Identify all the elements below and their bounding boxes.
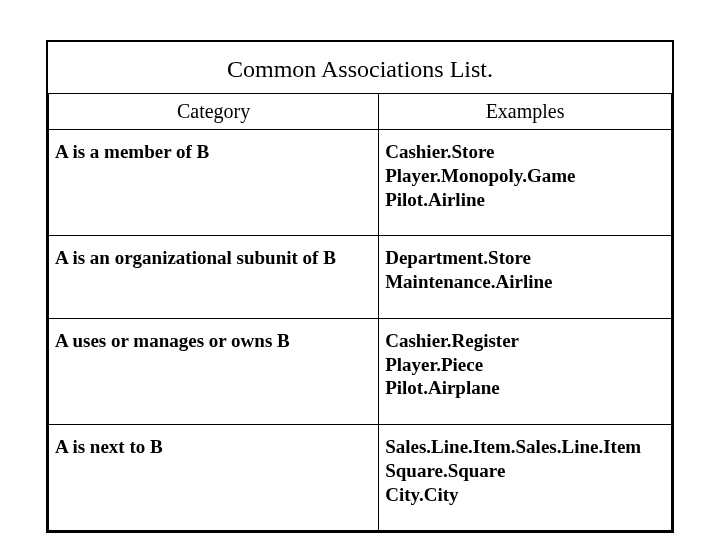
header-category: Category xyxy=(49,94,379,130)
cell-category: A is a member of B xyxy=(49,130,379,236)
page-title: Common Associations List. xyxy=(48,42,672,93)
table-row: A uses or manages or owns B Cashier.Regi… xyxy=(49,318,672,424)
cell-category: A uses or manages or owns B xyxy=(49,318,379,424)
cell-examples: Cashier.RegisterPlayer.PiecePilot.Airpla… xyxy=(379,318,672,424)
cell-category: A is next to B xyxy=(49,425,379,531)
cell-examples: Cashier.StorePlayer.Monopoly.GamePilot.A… xyxy=(379,130,672,236)
cell-examples: Department.StoreMaintenance.Airline xyxy=(379,236,672,319)
header-examples: Examples xyxy=(379,94,672,130)
cell-category: A is an organizational subunit of B xyxy=(49,236,379,319)
document-frame: Common Associations List. Category Examp… xyxy=(46,40,674,533)
cell-examples: Sales.Line.Item.Sales.Line.ItemSquare.Sq… xyxy=(379,425,672,531)
table-row: A is a member of B Cashier.StorePlayer.M… xyxy=(49,130,672,236)
associations-table: Category Examples A is a member of B Cas… xyxy=(48,93,672,531)
table-row: A is next to B Sales.Line.Item.Sales.Lin… xyxy=(49,425,672,531)
table-row: A is an organizational subunit of B Depa… xyxy=(49,236,672,319)
